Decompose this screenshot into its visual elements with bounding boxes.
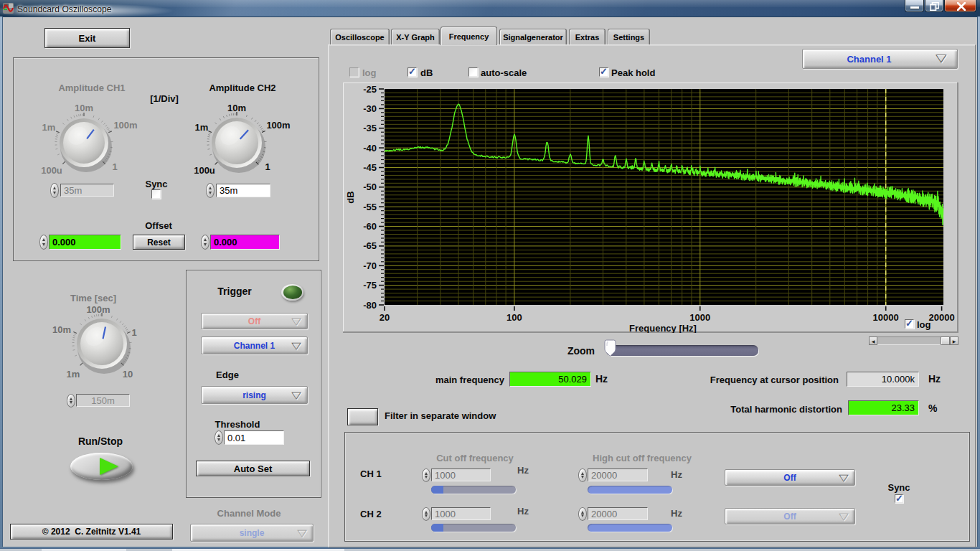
svg-text:20000: 20000	[929, 312, 955, 323]
svg-text:-55: -55	[363, 202, 377, 212]
svg-text:-25: -25	[363, 84, 377, 95]
svg-text:-40: -40	[363, 143, 377, 154]
svg-text:20: 20	[380, 312, 390, 323]
svg-text:-80: -80	[363, 300, 377, 311]
svg-text:Frequency [Hz]: Frequency [Hz]	[629, 323, 697, 333]
svg-text:-45: -45	[363, 162, 377, 173]
svg-text:-35: -35	[363, 123, 377, 133]
svg-text:-70: -70	[363, 260, 377, 271]
svg-text:-50: -50	[363, 182, 377, 192]
svg-text:dB: dB	[345, 191, 356, 203]
svg-text:-65: -65	[363, 240, 377, 251]
svg-text:-60: -60	[363, 221, 377, 232]
svg-text:-30: -30	[363, 103, 377, 114]
svg-text:100: 100	[507, 312, 522, 323]
svg-text:-75: -75	[363, 280, 377, 291]
svg-text:1000: 1000	[689, 312, 710, 323]
svg-text:10000: 10000	[873, 312, 899, 323]
